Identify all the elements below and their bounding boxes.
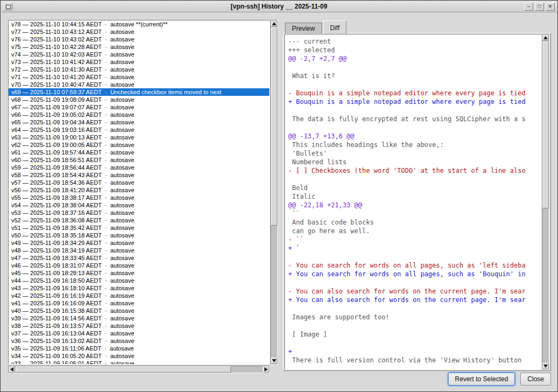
maximize-icon[interactable]: □	[535, 3, 544, 11]
list-item[interactable]: v66 — 2025-11-09 19:05:02 AEDT · autosav…	[9, 111, 269, 118]
list-item[interactable]: v61 — 2025-11-09 18:57:44 AEDT · autosav…	[9, 149, 269, 156]
scroll-down-icon[interactable]	[271, 358, 277, 364]
button-bar: Revert to Selected Close	[448, 373, 551, 386]
diff-text[interactable]: --- current+++ selected@@ -2,7 +2,7 @@ W…	[284, 34, 542, 370]
list-item[interactable]: v57 — 2025-11-09 18:54:36 AEDT · autosav…	[9, 179, 269, 186]
diff-panel: --- current+++ selected@@ -2,7 +2,7 @@ W…	[283, 33, 551, 371]
list-item[interactable]: v72 — 2025-11-10 10:41:30 AEDT · autosav…	[9, 66, 269, 73]
scrollbar-thumb[interactable]	[271, 27, 277, 226]
list-item[interactable]: v38 — 2025-11-09 16:13:57 AEDT · autosav…	[9, 322, 269, 330]
diff-line-context: ``	[288, 209, 540, 218]
scroll-up-icon[interactable]	[542, 34, 549, 41]
list-item[interactable]: v50 — 2025-11-09 18:35:18 AEDT · autosav…	[9, 232, 269, 239]
list-item[interactable]: v33 — 2025-11-09 16:05:01 AEDT · autosav…	[9, 360, 269, 365]
list-item[interactable]: v73 — 2025-11-10 10:41:42 AEDT · autosav…	[9, 58, 269, 66]
diff-line-context: Italic	[288, 192, 540, 201]
diff-line-del: - Bouquin is a simple notepad editor whe…	[288, 89, 540, 97]
list-item[interactable]: v67 — 2025-11-09 19:07:07 AEDT · autosav…	[9, 103, 269, 111]
list-item[interactable]: v48 — 2025-11-09 18:34:19 AEDT · autosav…	[9, 247, 269, 254]
list-item[interactable]: v65 — 2025-11-09 19:04:34 AEDT · autosav…	[9, 118, 269, 126]
diff-line-blank	[288, 339, 540, 347]
list-item[interactable]: v35 — 2025-11-09 16:11:06 AEDT · autosav…	[9, 345, 269, 352]
list-item[interactable]: v46 — 2025-11-09 18:31:07 AEDT · autosav…	[9, 262, 269, 269]
list-item[interactable]: v78 — 2025-11-10 10:44:15 AEDT · autosav…	[9, 20, 269, 28]
list-item[interactable]: v51 — 2025-11-09 18:35:42 AEDT · autosav…	[9, 224, 269, 232]
diff-line-del: - ``	[288, 235, 540, 244]
list-item[interactable]: v68 — 2025-11-09 19:08:09 AEDT · autosav…	[9, 96, 269, 103]
diff-line-blank	[288, 123, 540, 132]
diff-line-add: + You can also search for words on the c…	[288, 296, 540, 304]
diff-line-context: What is it?	[288, 72, 540, 80]
scroll-left-icon[interactable]	[9, 366, 15, 373]
scroll-up-icon[interactable]	[271, 20, 277, 27]
diff-line-context: Images are supported too!	[288, 313, 540, 321]
list-item[interactable]: v56 — 2025-11-09 18:41:20 AEDT · autosav…	[9, 186, 269, 194]
list-item[interactable]: v71 — 2025-11-10 10:41:20 AEDT · autosav…	[9, 73, 269, 81]
history-list[interactable]: v78 — 2025-11-10 10:44:15 AEDT · autosav…	[8, 20, 270, 365]
scrollbar-thumb[interactable]	[16, 366, 231, 373]
window-controls: – □ ✕	[524, 3, 555, 11]
diff-line-blank	[288, 278, 540, 287]
list-item[interactable]: v76 — 2025-11-10 10:43:02 AEDT · autosav…	[9, 36, 269, 43]
diff-line-context: Bold	[288, 184, 540, 192]
diff-line-add: + Bouquin is a simple notepad editor whe…	[288, 97, 540, 106]
list-item[interactable]: v70 — 2025-11-10 10:40:47 AEDT · autosav…	[9, 81, 269, 88]
diff-line-meta: --- current	[288, 37, 540, 46]
diff-line-del: - [ ] Checkboxes (the word 'TODO' at the…	[288, 166, 540, 175]
list-item[interactable]: v36 — 2025-11-09 16:13:02 AEDT · autosav…	[9, 337, 269, 345]
list-item-selected[interactable]: v69 — 2025-11-10 07:59:37 AEDT · Uncheck…	[9, 88, 269, 96]
diff-line-blank	[288, 106, 540, 115]
list-item[interactable]: v39 — 2025-11-09 16:14:56 AEDT · autosav…	[9, 314, 269, 322]
list-item[interactable]: v63 — 2025-11-09 19:00:13 AEDT · autosav…	[9, 134, 269, 141]
window-icon[interactable]	[4, 3, 12, 10]
list-item[interactable]: v60 — 2025-11-09 18:56:51 AEDT · autosav…	[9, 156, 269, 164]
list-item[interactable]: v44 — 2025-11-09 16:18:50 AEDT · autosav…	[9, 277, 269, 284]
list-item[interactable]: v45 — 2025-11-09 18:28:13 AEDT · autosav…	[9, 269, 269, 277]
list-item[interactable]: v52 — 2025-11-09 18:36:08 AEDT · autosav…	[9, 216, 269, 224]
tab-preview[interactable]: Preview	[285, 23, 322, 33]
diff-line-hunk: @@ -13,7 +13,6 @@	[288, 132, 540, 141]
diff-line-context: [ Image ]	[288, 330, 540, 339]
list-item[interactable]: v58 — 2025-11-09 18:54:43 AEDT · autosav…	[9, 171, 269, 179]
tab-diff[interactable]: Diff	[323, 20, 347, 33]
titlebar[interactable]: [vpn-ssh] History __ 2025-11-09 – □ ✕	[1, 1, 557, 12]
list-item[interactable]: v55 — 2025-11-09 18:38:17 AEDT · autosav…	[9, 194, 269, 201]
list-item[interactable]: v64 — 2025-11-09 19:03:16 AEDT · autosav…	[9, 126, 269, 134]
close-icon[interactable]: ✕	[546, 3, 555, 11]
diff-line-del: - You can search for words on all pages,…	[288, 261, 540, 270]
diff-line-context: Numbered lists	[288, 158, 540, 166]
diff-vertical-scrollbar[interactable]	[542, 34, 549, 370]
list-item[interactable]: v43 — 2025-11-09 16:18:10 AEDT · autosav…	[9, 284, 269, 292]
list-item[interactable]: v77 — 2025-11-10 10:43:12 AEDT · autosav…	[9, 28, 269, 36]
scroll-right-icon[interactable]	[263, 366, 269, 373]
list-item[interactable]: v37 — 2025-11-09 16:13:04 AEDT · autosav…	[9, 330, 269, 337]
list-item[interactable]: v47 — 2025-11-09 18:33:45 AEDT · autosav…	[9, 254, 269, 262]
diff-line-context: can go here as well.	[288, 227, 540, 235]
diff-line-blank	[288, 321, 540, 330]
diff-line-blank	[288, 80, 540, 89]
list-item[interactable]: v34 — 2025-11-09 16:05:20 AEDT · autosav…	[9, 352, 269, 360]
scrollbar-thumb[interactable]	[542, 41, 549, 208]
list-item[interactable]: v54 — 2025-11-09 18:38:04 AEDT · autosav…	[9, 201, 269, 209]
app-window: [vpn-ssh] History __ 2025-11-09 – □ ✕ v7…	[0, 0, 558, 392]
history-vertical-scrollbar[interactable]	[270, 20, 278, 365]
list-item[interactable]: v59 — 2025-11-09 18:56:44 AEDT · autosav…	[9, 164, 269, 171]
diff-line-add: +	[288, 347, 540, 356]
diff-line-add: + You can search for words on all pages,…	[288, 270, 540, 278]
diff-line-blank	[288, 304, 540, 313]
notebook-tabs: Preview Diff	[285, 20, 347, 33]
revert-to-selected-button[interactable]: Revert to Selected	[448, 373, 515, 386]
scroll-down-icon[interactable]	[542, 363, 549, 369]
list-item[interactable]: v40 — 2025-11-09 16:15:38 AEDT · autosav…	[9, 307, 269, 314]
list-item[interactable]: v62 — 2025-11-09 19:00:05 AEDT · autosav…	[9, 141, 269, 149]
list-item[interactable]: v42 — 2025-11-09 16:16:19 AEDT · autosav…	[9, 292, 269, 299]
list-item[interactable]: v53 — 2025-11-09 18:37:16 AEDT · autosav…	[9, 209, 269, 216]
history-horizontal-scrollbar[interactable]	[8, 366, 270, 373]
close-button[interactable]: Close	[520, 373, 551, 386]
list-item[interactable]: v41 — 2025-11-09 16:16:09 AEDT · autosav…	[9, 299, 269, 307]
minimize-icon[interactable]: –	[524, 3, 533, 11]
list-item[interactable]: v49 — 2025-11-09 18:34:29 AEDT · autosav…	[9, 239, 269, 247]
list-item[interactable]: v75 — 2025-11-10 10:42:28 AEDT · autosav…	[9, 43, 269, 51]
diff-line-meta: +++ selected	[288, 46, 540, 54]
list-item[interactable]: v74 — 2025-11-10 10:42:03 AEDT · autosav…	[9, 51, 269, 58]
